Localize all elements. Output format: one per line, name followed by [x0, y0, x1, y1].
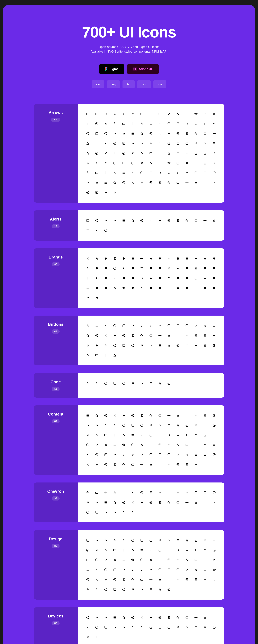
icon-item[interactable] — [210, 139, 218, 147]
icon-item[interactable] — [183, 421, 191, 429]
icon-item[interactable] — [156, 412, 164, 420]
icon-item[interactable] — [183, 254, 191, 262]
icon-item[interactable] — [120, 216, 128, 224]
icon-item[interactable] — [93, 351, 101, 359]
icon-item[interactable] — [147, 421, 155, 429]
icon-item[interactable] — [192, 274, 200, 282]
icon-item[interactable] — [129, 130, 137, 138]
icon-item[interactable] — [156, 216, 164, 224]
icon-item[interactable] — [111, 586, 119, 594]
icon-item[interactable] — [84, 130, 92, 138]
icon-item[interactable] — [147, 576, 155, 584]
icon-item[interactable] — [102, 322, 110, 330]
icon-item[interactable] — [102, 254, 110, 262]
icon-item[interactable] — [93, 566, 101, 574]
icon-item[interactable] — [174, 179, 182, 187]
icon-item[interactable] — [120, 536, 128, 544]
icon-item[interactable] — [129, 566, 137, 574]
icon-item[interactable] — [84, 576, 92, 584]
icon-item[interactable] — [147, 159, 155, 167]
icon-item[interactable] — [102, 614, 110, 622]
icon-item[interactable] — [84, 498, 92, 506]
icon-item[interactable] — [102, 536, 110, 544]
icon-item[interactable] — [156, 159, 164, 167]
icon-item[interactable] — [201, 556, 209, 564]
icon-item[interactable] — [129, 546, 137, 554]
icon-item[interactable] — [156, 130, 164, 138]
icon-item[interactable] — [120, 332, 128, 340]
icon-item[interactable] — [192, 460, 200, 468]
icon-item[interactable] — [192, 412, 200, 420]
icon-item[interactable] — [84, 139, 92, 147]
icon-item[interactable] — [102, 586, 110, 594]
icon-item[interactable] — [111, 322, 119, 330]
format-json[interactable]: .json — [137, 80, 151, 88]
icon-item[interactable] — [156, 110, 164, 118]
icon-item[interactable] — [129, 489, 137, 497]
icon-item[interactable] — [84, 586, 92, 594]
icon-item[interactable] — [138, 498, 146, 506]
icon-item[interactable] — [84, 284, 92, 292]
icon-item[interactable] — [138, 431, 146, 439]
icon-item[interactable] — [93, 556, 101, 564]
icon-item[interactable] — [192, 576, 200, 584]
icon-item[interactable] — [183, 159, 191, 167]
icon-item[interactable] — [120, 149, 128, 157]
icon-item[interactable] — [183, 149, 191, 157]
icon-item[interactable] — [138, 460, 146, 468]
icon-item[interactable] — [201, 179, 209, 187]
icon-item[interactable] — [147, 451, 155, 459]
icon-item[interactable] — [174, 216, 182, 224]
icon-item[interactable] — [93, 226, 101, 234]
icon-item[interactable] — [183, 342, 191, 350]
icon-item[interactable] — [93, 498, 101, 506]
icon-item[interactable] — [102, 431, 110, 439]
icon-item[interactable] — [120, 274, 128, 282]
icon-item[interactable] — [84, 536, 92, 544]
icon-item[interactable] — [129, 412, 137, 420]
icon-item[interactable] — [84, 159, 92, 167]
icon-item[interactable] — [120, 169, 128, 177]
icon-item[interactable] — [138, 556, 146, 564]
icon-item[interactable] — [111, 451, 119, 459]
icon-item[interactable] — [147, 274, 155, 282]
icon-item[interactable] — [102, 332, 110, 340]
icon-item[interactable] — [174, 139, 182, 147]
icon-item[interactable] — [174, 110, 182, 118]
icon-item[interactable] — [129, 460, 137, 468]
icon-item[interactable] — [111, 460, 119, 468]
icon-item[interactable] — [210, 130, 218, 138]
icon-item[interactable] — [174, 412, 182, 420]
icon-item[interactable] — [165, 460, 173, 468]
icon-item[interactable] — [192, 566, 200, 574]
icon-item[interactable] — [156, 149, 164, 157]
icon-item[interactable] — [165, 566, 173, 574]
icon-item[interactable] — [84, 614, 92, 622]
icon-item[interactable] — [210, 556, 218, 564]
icon-item[interactable] — [165, 254, 173, 262]
icon-item[interactable] — [192, 120, 200, 128]
icon-item[interactable] — [183, 332, 191, 340]
icon-item[interactable] — [84, 489, 92, 497]
icon-item[interactable] — [129, 284, 137, 292]
icon-item[interactable] — [192, 284, 200, 292]
icon-item[interactable] — [138, 489, 146, 497]
icon-item[interactable] — [147, 441, 155, 449]
icon-item[interactable] — [138, 159, 146, 167]
icon-item[interactable] — [138, 120, 146, 128]
icon-item[interactable] — [102, 179, 110, 187]
icon-item[interactable] — [120, 110, 128, 118]
icon-item[interactable] — [84, 120, 92, 128]
icon-item[interactable] — [111, 566, 119, 574]
icon-item[interactable] — [192, 421, 200, 429]
icon-item[interactable] — [192, 216, 200, 224]
icon-item[interactable] — [201, 264, 209, 272]
icon-item[interactable] — [201, 139, 209, 147]
icon-item[interactable] — [84, 226, 92, 234]
icon-item[interactable] — [210, 451, 218, 459]
icon-item[interactable] — [84, 566, 92, 574]
icon-item[interactable] — [93, 169, 101, 177]
icon-item[interactable] — [174, 536, 182, 544]
icon-item[interactable] — [84, 179, 92, 187]
icon-item[interactable] — [120, 586, 128, 594]
